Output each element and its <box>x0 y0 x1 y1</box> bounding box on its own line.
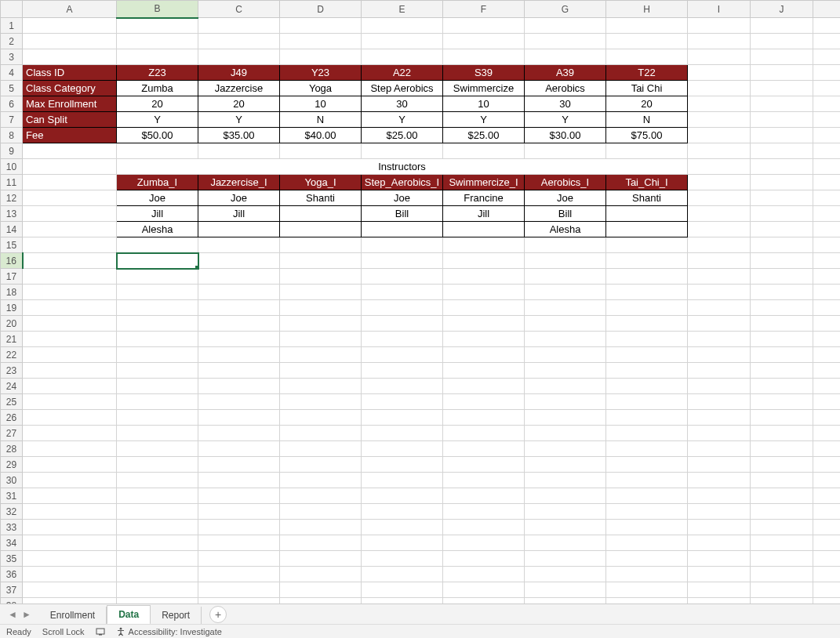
cell-J25[interactable] <box>751 394 813 410</box>
cell-J30[interactable] <box>751 473 813 488</box>
cell-A21[interactable] <box>23 332 117 347</box>
cell-D18[interactable] <box>280 285 362 300</box>
cell-I14[interactable] <box>688 222 751 237</box>
cell-I3[interactable] <box>688 49 751 65</box>
cell-F13[interactable]: Jill <box>443 206 525 222</box>
cell-C5[interactable]: Jazzercise <box>198 81 280 96</box>
cell-B15[interactable] <box>117 237 198 253</box>
row-header-7[interactable]: 7 <box>1 112 23 128</box>
cell-C1[interactable] <box>198 18 280 34</box>
cell-I29[interactable] <box>688 457 751 473</box>
cell-B7[interactable]: Y <box>117 112 198 128</box>
row-header-20[interactable]: 20 <box>1 316 23 332</box>
cell-G37[interactable] <box>525 582 606 598</box>
cell-J27[interactable] <box>751 426 813 441</box>
cell-A26[interactable] <box>23 410 117 426</box>
cell-I27[interactable] <box>688 426 751 441</box>
col-header-K[interactable]: K <box>813 1 841 18</box>
cell-K14[interactable] <box>813 222 841 237</box>
cell-D2[interactable] <box>280 34 362 49</box>
cell-D21[interactable] <box>280 332 362 347</box>
cell-I22[interactable] <box>688 347 751 363</box>
col-header-G[interactable]: G <box>525 1 606 18</box>
cell-D15[interactable] <box>280 237 362 253</box>
cell-I10[interactable] <box>688 159 751 175</box>
row-header-6[interactable]: 6 <box>1 96 23 112</box>
cell-E13[interactable]: Bill <box>362 206 443 222</box>
cell-D1[interactable] <box>280 18 362 34</box>
cell-F29[interactable] <box>443 457 525 473</box>
cell-J10[interactable] <box>751 159 813 175</box>
cell-J18[interactable] <box>751 285 813 300</box>
cell-K1[interactable] <box>813 18 841 34</box>
cell-J4[interactable] <box>751 65 813 81</box>
cell-A3[interactable] <box>23 49 117 65</box>
cell-B21[interactable] <box>117 332 198 347</box>
cell-B19[interactable] <box>117 300 198 316</box>
row-header-35[interactable]: 35 <box>1 551 23 567</box>
cell-J20[interactable] <box>751 316 813 332</box>
cell-C22[interactable] <box>198 347 280 363</box>
cell-C3[interactable] <box>198 49 280 65</box>
cell-B2[interactable] <box>117 34 198 49</box>
cell-G20[interactable] <box>525 316 606 332</box>
cell-J36[interactable] <box>751 567 813 582</box>
cell-H37[interactable] <box>606 582 688 598</box>
row-header-8[interactable]: 8 <box>1 128 23 143</box>
cell-K4[interactable] <box>813 65 841 81</box>
cell-B36[interactable] <box>117 567 198 582</box>
cell-G5[interactable]: Aerobics <box>525 81 606 96</box>
cell-E35[interactable] <box>362 551 443 567</box>
cell-A25[interactable] <box>23 394 117 410</box>
cell-E2[interactable] <box>362 34 443 49</box>
cell-A20[interactable] <box>23 316 117 332</box>
cell-H20[interactable] <box>606 316 688 332</box>
cell-B5[interactable]: Zumba <box>117 81 198 96</box>
cell-J35[interactable] <box>751 551 813 567</box>
cell-B14[interactable]: Alesha <box>117 222 198 237</box>
cell-E1[interactable] <box>362 18 443 34</box>
cell-H22[interactable] <box>606 347 688 363</box>
cell-D11[interactable]: Yoga_I <box>280 175 362 190</box>
cell-C24[interactable] <box>198 379 280 394</box>
cell-G16[interactable] <box>525 253 606 269</box>
cell-J33[interactable] <box>751 520 813 535</box>
cell-B22[interactable] <box>117 347 198 363</box>
cell-B17[interactable] <box>117 269 198 285</box>
cell-D28[interactable] <box>280 441 362 457</box>
cell-G27[interactable] <box>525 426 606 441</box>
cell-B9[interactable] <box>117 143 198 159</box>
cell-H4[interactable]: T22 <box>606 65 688 81</box>
row-header-27[interactable]: 27 <box>1 426 23 441</box>
cell-F15[interactable] <box>443 237 525 253</box>
cell-F30[interactable] <box>443 473 525 488</box>
cell-H36[interactable] <box>606 567 688 582</box>
cell-B24[interactable] <box>117 379 198 394</box>
cell-J19[interactable] <box>751 300 813 316</box>
cell-A2[interactable] <box>23 34 117 49</box>
cell-H18[interactable] <box>606 285 688 300</box>
cell-J32[interactable] <box>751 504 813 520</box>
cell-H31[interactable] <box>606 488 688 504</box>
cell-I13[interactable] <box>688 206 751 222</box>
row-header-29[interactable]: 29 <box>1 457 23 473</box>
cell-H27[interactable] <box>606 426 688 441</box>
cell-C15[interactable] <box>198 237 280 253</box>
cell-A14[interactable] <box>23 222 117 237</box>
col-header-D[interactable]: D <box>280 1 362 18</box>
cell-K8[interactable] <box>813 128 841 143</box>
cell-K31[interactable] <box>813 488 841 504</box>
cell-J37[interactable] <box>751 582 813 598</box>
cell-J5[interactable] <box>751 81 813 96</box>
tab-nav-prev-icon[interactable]: ◄ <box>8 609 17 620</box>
cell-H29[interactable] <box>606 457 688 473</box>
cell-G29[interactable] <box>525 457 606 473</box>
cell-A37[interactable] <box>23 582 117 598</box>
cell-F11[interactable]: Swimmercize_I <box>443 175 525 190</box>
cell-B31[interactable] <box>117 488 198 504</box>
cell-C13[interactable]: Jill <box>198 206 280 222</box>
cell-B33[interactable] <box>117 520 198 535</box>
row-header-3[interactable]: 3 <box>1 49 23 65</box>
cell-E11[interactable]: Step_Aerobics_I <box>362 175 443 190</box>
cell-E24[interactable] <box>362 379 443 394</box>
